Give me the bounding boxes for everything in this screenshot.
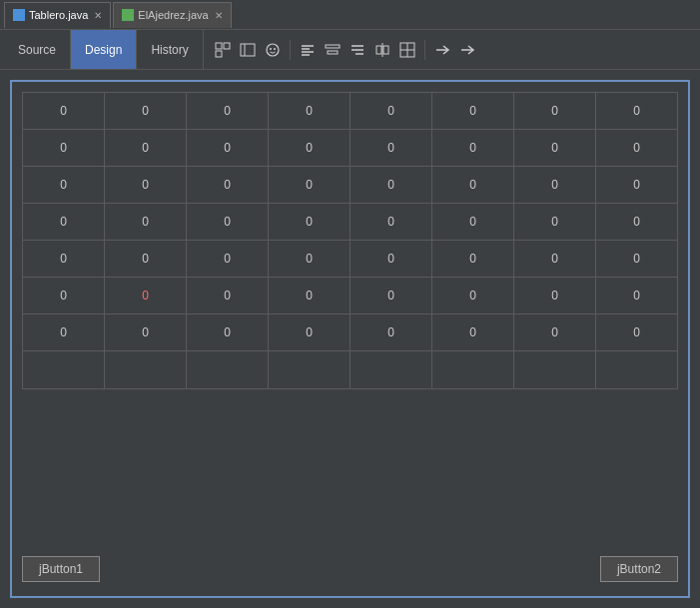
elajedrez-tab-label: ElAjedrez.java — [138, 9, 208, 21]
grid-cell: 0 — [187, 278, 269, 314]
arrow-icon[interactable] — [431, 39, 453, 61]
tab-history-label: History — [151, 43, 188, 57]
grid-cell: 0 — [269, 241, 350, 278]
select-tool-icon[interactable] — [212, 39, 234, 61]
toolbar-sep1 — [290, 40, 291, 60]
design-panel: 0000000000000000000000000000000000000000… — [10, 80, 690, 598]
tab-design[interactable]: Design — [71, 30, 137, 69]
grid-cell: 0 — [432, 278, 514, 314]
view-tabs: Source Design History — [4, 30, 204, 69]
grid-cell: 0 — [187, 314, 269, 351]
grid-cell: 0 — [23, 130, 105, 167]
grid-cell: 0 — [514, 130, 596, 167]
grid-cell: 0 — [269, 167, 350, 204]
button-row: jButton1 jButton2 — [22, 552, 678, 586]
grid-cell: 0 — [187, 204, 269, 241]
grid-cell: 0 — [105, 204, 187, 241]
grid-cell: 0 — [350, 204, 432, 241]
grid-cell: 0 — [514, 241, 596, 278]
svg-rect-3 — [241, 44, 255, 56]
grid-cell: 0 — [514, 167, 596, 204]
grid-cell: 0 — [432, 241, 514, 278]
grid-cell — [187, 351, 269, 389]
grid-cell: 0 — [23, 314, 105, 351]
toolbar-icons — [212, 39, 478, 61]
tab-elajedrez[interactable]: ElAjedrez.java ✕ — [113, 2, 231, 28]
svg-point-5 — [267, 44, 279, 56]
svg-point-7 — [274, 48, 276, 50]
jbutton2[interactable]: jButton2 — [600, 556, 678, 582]
grid-cell: 0 — [514, 204, 596, 241]
svg-rect-13 — [328, 51, 338, 54]
grid-cell — [596, 351, 678, 389]
grid-cell: 0 — [105, 130, 187, 167]
grid-cell: 0 — [350, 167, 432, 204]
grid-cell: 0 — [596, 204, 678, 241]
grid-cell: 0 — [596, 314, 678, 351]
grid-cell: 0 — [23, 93, 105, 130]
layout-icon[interactable] — [396, 39, 418, 61]
tab-tablero[interactable]: Tablero.java ✕ — [4, 2, 111, 28]
svg-rect-19 — [383, 46, 388, 54]
grid-cell: 0 — [432, 314, 514, 351]
grid-cell: 0 — [23, 241, 105, 278]
grid-cell: 0 — [596, 130, 678, 167]
jbutton1[interactable]: jButton1 — [22, 556, 100, 582]
grid-cell: 0 — [187, 241, 269, 278]
grid-cell: 0 — [187, 93, 269, 130]
grid-cell: 0 — [514, 93, 596, 130]
grid-cell: 0 — [596, 167, 678, 204]
grid-cell: 0 — [105, 241, 187, 278]
more-icon[interactable] — [456, 39, 478, 61]
grid-cell: 0 — [350, 130, 432, 167]
grid-cell: 0 — [350, 93, 432, 130]
grid-cell: 0 — [514, 314, 596, 351]
grid-cell: 0 — [432, 204, 514, 241]
grid-cell: 0 — [105, 278, 187, 314]
tablero-close-btn[interactable]: ✕ — [94, 10, 102, 21]
grid-cell — [350, 351, 432, 389]
move-tool-icon[interactable] — [237, 39, 259, 61]
toolbar-row: Source Design History — [0, 30, 700, 70]
grid-cell: 0 — [269, 204, 350, 241]
svg-rect-12 — [326, 45, 340, 48]
align-center-icon[interactable] — [322, 39, 344, 61]
tab-source-label: Source — [18, 43, 56, 57]
grid-cell: 0 — [23, 167, 105, 204]
align-left-icon[interactable] — [297, 39, 319, 61]
grid-cell: 0 — [350, 314, 432, 351]
svg-rect-1 — [224, 43, 230, 49]
grid-cell: 0 — [596, 278, 678, 314]
grid-cell: 0 — [187, 167, 269, 204]
grid-table: 0000000000000000000000000000000000000000… — [22, 92, 678, 389]
grid-container: 0000000000000000000000000000000000000000… — [22, 92, 678, 544]
svg-rect-2 — [216, 51, 222, 57]
grid-cell: 0 — [350, 241, 432, 278]
svg-rect-0 — [216, 43, 222, 49]
smiley-icon[interactable] — [262, 39, 284, 61]
svg-point-6 — [270, 48, 272, 50]
align-right-icon[interactable] — [347, 39, 368, 61]
tablero-tab-icon — [13, 9, 25, 21]
elajedrez-tab-icon — [122, 9, 134, 21]
tab-history[interactable]: History — [137, 30, 203, 69]
grid-cell: 0 — [269, 93, 350, 130]
grid-cell: 0 — [23, 278, 105, 314]
tab-source[interactable]: Source — [4, 30, 71, 69]
distribute-icon[interactable] — [371, 39, 393, 61]
elajedrez-close-btn[interactable]: ✕ — [215, 10, 223, 21]
grid-cell: 0 — [596, 241, 678, 278]
grid-cell: 0 — [350, 278, 432, 314]
grid-cell: 0 — [269, 130, 350, 167]
toolbar-sep2 — [424, 40, 425, 60]
tab-bar: Tablero.java ✕ ElAjedrez.java ✕ — [0, 0, 700, 30]
grid-cell — [432, 351, 514, 389]
grid-cell: 0 — [105, 314, 187, 351]
grid-cell: 0 — [432, 130, 514, 167]
grid-cell — [23, 351, 105, 389]
grid-cell: 0 — [432, 167, 514, 204]
grid-cell — [105, 351, 187, 389]
svg-rect-18 — [376, 46, 381, 54]
tablero-tab-label: Tablero.java — [29, 9, 88, 21]
grid-cell: 0 — [187, 130, 269, 167]
